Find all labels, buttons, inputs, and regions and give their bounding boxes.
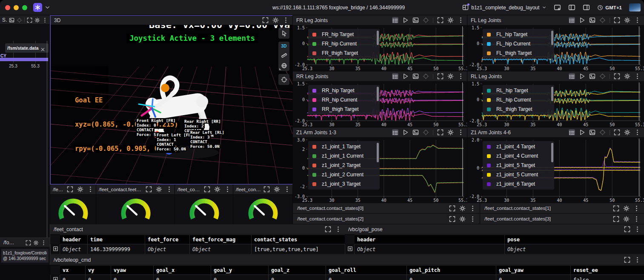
more-icon[interactable] [634, 73, 641, 79]
fullscreen-icon[interactable] [26, 240, 31, 245]
plot-legend[interactable]: FL_hip TargetFL_hip CurrentFL_thigh Targ… [483, 29, 554, 59]
fullscreen-icon[interactable] [614, 129, 620, 136]
close-icon[interactable] [40, 46, 45, 51]
more-icon[interactable] [634, 129, 641, 136]
foxglove-app-icon[interactable] [33, 3, 42, 12]
legend-row[interactable]: z1_joint_2 Target [312, 161, 380, 170]
gear-icon[interactable] [447, 129, 454, 136]
image-icon[interactable] [412, 17, 419, 23]
legend-row[interactable]: z1_joint_1 Current [312, 151, 380, 161]
fullscreen-icon[interactable] [325, 226, 331, 232]
fullscreen-icon[interactable] [263, 186, 270, 192]
legend-row[interactable]: FL_hip Target [487, 30, 554, 39]
legend-scrollbar[interactable] [551, 87, 553, 101]
plot-area[interactable]: 1.50-2.025.3303540455055.3RR_hip TargetR… [293, 82, 467, 127]
legend-row[interactable]: z1_joint_5 Current [487, 170, 554, 179]
indicator-panel[interactable]: /feet_contact.contact_states[2] [293, 214, 480, 224]
gear-icon[interactable] [459, 205, 466, 212]
gauge-panel[interactable]: /feet_co… [50, 184, 96, 224]
camera-reset-button[interactable] [278, 74, 289, 85]
gauge-panel[interactable]: /feet_contact.… [233, 184, 293, 224]
gear-icon[interactable] [77, 186, 83, 192]
fullscreen-icon[interactable] [437, 17, 444, 23]
crosshair-icon[interactable] [423, 73, 429, 79]
measure-tool-icon[interactable] [281, 52, 287, 59]
plot-legend[interactable]: z1_joint_1 Targetz1_joint_1 Currentz1_jo… [308, 141, 380, 189]
image-icon[interactable] [412, 73, 419, 79]
legend-row[interactable]: z1_joint_1 Target [312, 142, 380, 151]
more-icon[interactable] [469, 205, 476, 212]
fullscreen-icon[interactable] [449, 205, 455, 212]
image-icon[interactable] [589, 129, 595, 136]
legend-row[interactable]: FL_thigh Target [487, 48, 554, 58]
more-icon[interactable] [166, 186, 172, 192]
legend-row[interactable]: z1_joint_3 Target [312, 179, 380, 189]
legend-row[interactable]: z1_joint_4 Target [487, 142, 554, 151]
gear-icon[interactable] [624, 73, 630, 79]
image-icon[interactable] [9, 17, 14, 23]
legend-row[interactable]: RL_hip Current [487, 95, 554, 105]
indicator-panel[interactable]: /feet_contact.contact_states[1] [480, 203, 644, 214]
plot-panel-z1-arm-1-3[interactable]: Z1 Arm Joints 1-33.020-2-3.025.330354045… [293, 127, 467, 203]
legend-icon[interactable] [392, 17, 398, 23]
crosshair-icon[interactable] [599, 73, 606, 79]
more-icon[interactable] [634, 226, 641, 232]
gear-icon[interactable] [624, 17, 630, 23]
gear-icon[interactable] [272, 17, 279, 23]
3d-viewport[interactable]: Base: vx=0.00 vy=0.00 vya Joystick Activ… [51, 25, 292, 184]
legend-row[interactable]: z1_joint_4 Current [487, 151, 554, 161]
minimize-window-button[interactable] [14, 5, 19, 10]
play-icon[interactable] [402, 73, 409, 79]
more-icon[interactable] [634, 257, 641, 263]
more-icon[interactable] [42, 17, 48, 23]
legend-row[interactable]: RL_thigh Target [487, 105, 554, 114]
3d-panel[interactable]: 3D [50, 15, 293, 184]
more-icon[interactable] [87, 186, 94, 192]
gear-icon[interactable] [623, 216, 630, 222]
gear-icon[interactable] [34, 17, 40, 23]
legend-row[interactable]: RR_hip Current [312, 95, 380, 105]
fullscreen-icon[interactable] [614, 73, 620, 79]
fullscreen-icon[interactable] [613, 216, 619, 222]
image-icon[interactable] [412, 129, 419, 136]
legend-icon[interactable] [569, 73, 575, 79]
playback-cursor[interactable] [47, 41, 47, 252]
plot-legend[interactable]: z1_joint_4 Targetz1_joint_4 Currentz1_jo… [483, 141, 554, 189]
legend-scrollbar[interactable] [551, 143, 553, 162]
mode-3d-button[interactable]: 3D [281, 44, 287, 48]
plot-legend[interactable]: RR_hip TargetRR_hip CurrentRR_thigh Targ… [308, 85, 380, 115]
fullscreen-icon[interactable] [262, 17, 269, 23]
add-panel-icon[interactable] [554, 4, 561, 11]
right-sidebar-toggle-icon[interactable] [583, 4, 590, 11]
gear-icon[interactable] [447, 73, 454, 79]
play-icon[interactable] [579, 73, 585, 79]
play-icon[interactable] [402, 17, 409, 23]
crosshair-icon[interactable] [17, 17, 22, 23]
legend-icon[interactable] [569, 129, 575, 136]
fullscreen-icon[interactable] [613, 205, 619, 212]
expand-row-button[interactable] [345, 244, 355, 255]
legend-row[interactable]: FL_hip Current [487, 39, 554, 48]
plot-panel-fl-leg[interactable]: FL Leg Joints1.50-2.025.3303540455055.3F… [467, 15, 644, 71]
fullscreen-icon[interactable] [204, 186, 210, 192]
message-summary[interactable]: b1z1_foxglove/ControllerD @ 146.30499999… [1, 249, 49, 263]
app-menu-chevron-icon[interactable] [44, 4, 51, 11]
legend-row[interactable]: FR_hip Current [312, 39, 380, 48]
timezone-indicator[interactable]: GMT+1 [597, 5, 622, 11]
image-icon[interactable] [589, 73, 595, 79]
gauge-panel[interactable]: /feet_contact.… [175, 184, 233, 224]
plot-legend[interactable]: RL_hip TargetRL_hip CurrentRL_thigh Targ… [483, 85, 554, 115]
plot-panel-z1-arm-4-6[interactable]: Z1 Arm Joints 4-62.00-2.025.330354045505… [467, 127, 644, 203]
select-tool-button[interactable] [278, 28, 289, 39]
feet-contact-table-panel[interactable]: /feet_contactheadertimefeet_forcefeet_fo… [50, 224, 345, 255]
legend-row[interactable]: z1_joint_5 Target [487, 161, 554, 170]
legend-row[interactable]: RL_hip Target [487, 86, 554, 95]
plot-area[interactable]: 2.00-2.025.3303540455055.3z1_joint_4 Tar… [467, 138, 644, 203]
gear-icon[interactable] [33, 240, 39, 245]
gear-icon[interactable] [459, 216, 466, 222]
fullscreen-icon[interactable] [614, 17, 620, 23]
expand-row-button[interactable] [51, 275, 60, 280]
crosshair-icon[interactable] [599, 17, 606, 23]
gear-icon[interactable] [214, 186, 220, 192]
plot-area[interactable]: 1.50-2.025.3303540455055.3FL_hip TargetF… [467, 25, 644, 71]
